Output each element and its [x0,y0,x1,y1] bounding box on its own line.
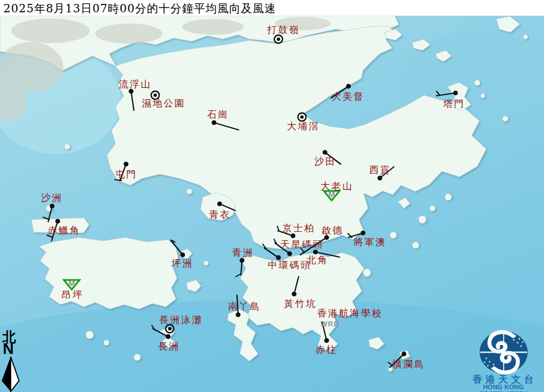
wind-map-screen: MM 打鼓嶺流浮山濕地公園石崗大埔滘大美督塔門沙田西貢屯門大老山沙洲青衣赤鱲角京… [0,0,544,392]
hong-kong-map [0,0,544,392]
land-lantau [39,237,178,309]
land-airport [31,218,89,233]
hko-logo-icon [480,331,528,374]
compass-north-letter: N [3,340,14,358]
hko-logo-name-en: HONG KONG OBSERVATORY [463,384,544,392]
map-title: 2025年8月13日07時00分的十分鐘平均風向及風速 [0,0,544,16]
